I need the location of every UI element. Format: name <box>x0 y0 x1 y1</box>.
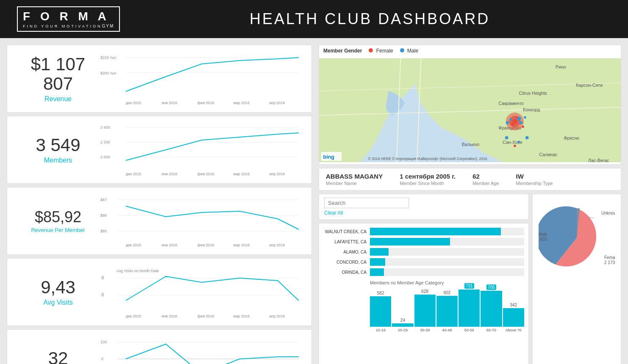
age-bar-col-4: 731 50-59 <box>458 283 480 332</box>
svg-point-76 <box>509 118 512 121</box>
svg-point-75 <box>519 121 522 124</box>
age-bar-col-2: 628 30-39 <box>414 289 436 332</box>
svg-text:© 2016 HERE  © Корпорация Майк: © 2016 HERE © Корпорация Майкрософт (Mic… <box>368 157 487 161</box>
member-name-field: ABBASS MAGANY Member Name <box>326 173 383 186</box>
search-section: Clear All <box>319 194 529 220</box>
age-bar-col-0: 582 10-19 <box>370 291 391 332</box>
svg-text:$85: $85 <box>100 229 107 233</box>
svg-text:bing: bing <box>323 154 334 160</box>
rpm-chart: $87 $86 $85 дек 2015 янв 2016 фев 2016 м… <box>100 193 303 248</box>
svg-text:Avg Visits no Month Date: Avg Visits no Month Date <box>117 269 159 273</box>
main-content: $1 107 807 Revenue $220 тыс $200 тыс дек… <box>0 38 628 364</box>
avg-visits-value-section: 9,43 Avg Visits <box>16 278 100 306</box>
logo-forma: F O R M A <box>23 10 114 23</box>
svg-text:дек 2015: дек 2015 <box>126 101 142 105</box>
age-bar-value-3: 602 <box>444 290 451 295</box>
svg-text:2 200: 2 200 <box>100 140 110 144</box>
svg-text:$220 тыс: $220 тыс <box>100 55 117 60</box>
svg-text:мар 2016: мар 2016 <box>233 314 250 318</box>
page-title: HEALTH CLUB DASHBOARD <box>128 10 611 28</box>
svg-text:Вальехо: Вальехо <box>462 142 479 147</box>
header: F O R M A FIND YOUR MOTIVATION GYM HEALT… <box>0 0 628 38</box>
rpm-card: $85,92 Revenue Per Member $87 $86 $85 де… <box>7 187 312 255</box>
age-bar-label-5: 60-70 <box>486 328 496 332</box>
rpm-value: $85,92 <box>16 209 100 226</box>
female-dot <box>369 48 373 52</box>
svg-text:апр 2016: апр 2016 <box>269 172 285 176</box>
revenue-card: $1 107 807 Revenue $220 тыс $200 тыс дек… <box>7 45 312 113</box>
members-card: 3 549 Members 2 400 2 200 2 000 дек 2015… <box>7 116 312 184</box>
members-chart: 2 400 2 200 2 000 дек 2015 янв 2016 фев … <box>100 122 303 177</box>
svg-text:янв 2016: янв 2016 <box>161 101 177 105</box>
member-age-label: Member Age <box>472 181 499 186</box>
hbar-label-3: CONCORD, CA <box>323 260 370 265</box>
svg-text:0: 0 <box>101 357 103 361</box>
rpm-chart-svg: $87 $86 $85 дек 2015 янв 2016 фев 2016 м… <box>100 193 303 248</box>
hbar-label-4: ORINDA, CA <box>323 270 370 275</box>
avg-visits-label: Avg Visits <box>16 299 100 306</box>
svg-text:Салинас: Салинас <box>539 152 558 157</box>
age-bars: 582 10-19 24 20-29 628 <box>323 288 524 332</box>
age-bar-value-1: 24 <box>400 318 405 323</box>
age-bar-label-2: 30-39 <box>420 328 430 332</box>
hbar-label-2: ALAMO, CA <box>323 250 370 254</box>
bottom-row: Clear All WALNUT CREEK, CA LAFAYETT <box>319 194 621 364</box>
svg-text:Карсон-Сити: Карсон-Сити <box>576 83 603 88</box>
revenue-chart-svg: $220 тыс $200 тыс дек 2015 янв 2016 фев … <box>100 51 303 106</box>
map-svg: Рино Карсон-Сити Citrus Heights Сакрамен… <box>319 56 621 164</box>
member-since-field: 1 сентября 2005 г. Member Since Month <box>400 173 456 186</box>
rpm-label: Revenue Per Member <box>16 227 100 233</box>
hbar-row-1: LAFAYETTE, CA <box>323 238 524 245</box>
rpm-value-section: $85,92 Revenue Per Member <box>16 209 100 234</box>
svg-point-84 <box>514 145 516 147</box>
male-dot <box>400 48 404 52</box>
svg-text:Конкорд: Конкорд <box>523 107 540 112</box>
age-bar-rect-2 <box>414 295 436 327</box>
male-pie-label: Male <box>539 232 547 237</box>
female-pie-label: Female <box>604 255 615 260</box>
hbar-label-0: WALNUT CREEK, CA <box>323 229 370 234</box>
member-age-field: 62 Member Age <box>472 173 499 186</box>
clear-all-link[interactable]: Clear All <box>324 210 523 216</box>
svg-text:Рино: Рино <box>556 64 566 69</box>
svg-text:мар 2016: мар 2016 <box>233 101 250 105</box>
member-gain-value: 32 <box>16 349 100 364</box>
search-input[interactable] <box>324 198 409 208</box>
male-label: Male <box>407 48 418 54</box>
age-bar-value-0: 582 <box>377 291 384 295</box>
member-since-value: 1 сентября 2005 г. <box>400 173 456 180</box>
age-bar-rect-3 <box>436 296 458 327</box>
svg-point-83 <box>518 141 520 143</box>
hbar-fill-0 <box>370 228 501 235</box>
age-bar-col-5: 705 60-70 <box>481 284 502 332</box>
member-gain-chart-svg: 100 0 -100 дек 2015 янв 2016 фев 2016 ма… <box>100 336 303 364</box>
age-bar-rect-0 <box>370 296 391 327</box>
svg-text:фев 2016: фев 2016 <box>197 314 214 318</box>
hbar-fill-1 <box>370 238 450 245</box>
hbar-row-2: ALAMO, CA <box>323 248 524 256</box>
member-type-value: IW <box>516 173 553 180</box>
logo-box: F O R M A FIND YOUR MOTIVATION GYM <box>17 6 120 32</box>
svg-point-77 <box>516 116 518 119</box>
logo-tagline: FIND YOUR MOTIVATION <box>23 24 102 28</box>
members-label: Members <box>16 157 100 164</box>
svg-text:апр 2016: апр 2016 <box>269 101 285 105</box>
hbar-row-4: ORINDA, CA <box>323 268 524 276</box>
map-section: Member Gender Female Male <box>319 45 621 165</box>
hbar-track-3 <box>370 258 524 266</box>
svg-point-81 <box>525 136 529 140</box>
age-bar-value-2: 628 <box>421 289 428 294</box>
svg-text:фев 2016: фев 2016 <box>197 243 214 247</box>
svg-point-80 <box>524 116 526 119</box>
hbar-track-4 <box>370 268 524 276</box>
svg-text:янв 2016: янв 2016 <box>161 243 177 247</box>
member-gain-value-section: 32 # Member gain <box>16 349 100 364</box>
hbar-fill-3 <box>370 258 385 266</box>
pie-chart-svg: Unknown (38) Male 1 655 Female 2 173 <box>539 202 615 270</box>
svg-text:дек 2015: дек 2015 <box>126 243 142 247</box>
map-container[interactable]: Рино Карсон-Сити Citrus Heights Сакрамен… <box>319 56 621 164</box>
svg-point-82 <box>505 136 509 140</box>
age-bar-label-6: Above 70 <box>506 328 522 332</box>
svg-text:Citrus Heights: Citrus Heights <box>519 91 547 96</box>
svg-text:Лас-Вегас: Лас-Вегас <box>588 158 609 163</box>
